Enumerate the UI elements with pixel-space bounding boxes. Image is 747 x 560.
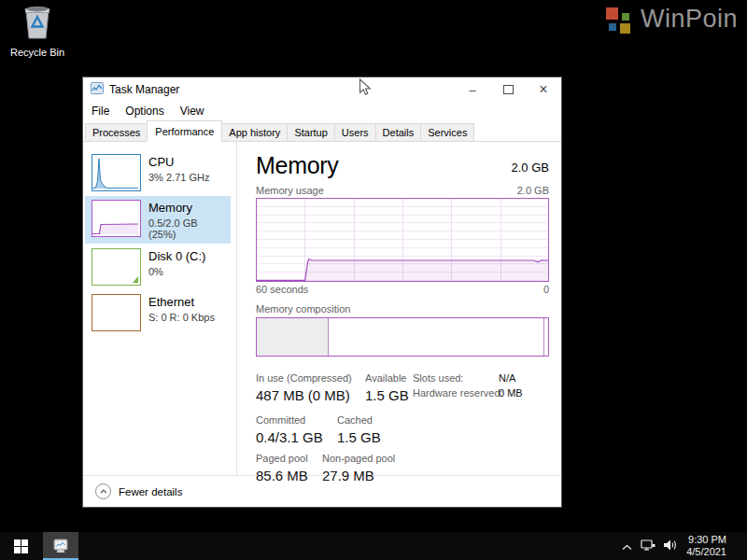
volume-icon[interactable] xyxy=(664,538,678,554)
sidebar-cpu-detail: 3% 2.71 GHz xyxy=(148,172,209,183)
taskbar-task-manager-button[interactable] xyxy=(43,532,78,560)
recycle-bin[interactable]: Recycle Bin xyxy=(7,5,67,58)
composition-label: Memory composition xyxy=(256,303,549,315)
stat-cached: Cached 1.5 GB xyxy=(337,414,381,445)
system-tray: 9:30 PM 4/5/2021 xyxy=(622,532,747,560)
axis-left-label: 60 seconds xyxy=(256,284,308,295)
sidebar-item-ethernet[interactable]: Ethernet S: 0 R: 0 Kbps xyxy=(85,290,231,335)
task-manager-icon xyxy=(52,539,69,553)
titlebar[interactable]: Task Manager – × xyxy=(83,77,561,102)
stat-slots-hardware: Slots used: N/A Hardware reserved: 0 MB xyxy=(413,372,523,402)
usage-max: 2.0 GB xyxy=(517,185,549,196)
tab-startup[interactable]: Startup xyxy=(287,123,334,141)
ethernet-mini-graph-icon xyxy=(92,294,141,331)
sidebar-ethernet-name: Ethernet xyxy=(148,295,215,309)
sidebar-item-cpu[interactable]: CPU 3% 2.71 GHz xyxy=(85,150,231,195)
app-icon xyxy=(91,81,104,98)
network-icon[interactable] xyxy=(641,538,655,554)
stat-committed: Committed 0.4/3.1 GB xyxy=(256,414,323,445)
winpoin-logo-icon xyxy=(606,6,634,34)
winpoin-logo-text: WinPoin xyxy=(641,5,738,34)
sidebar-cpu-name: CPU xyxy=(148,155,209,169)
tab-processes[interactable]: Processes xyxy=(85,123,148,141)
sidebar-ethernet-detail: S: 0 R: 0 Kbps xyxy=(148,312,215,323)
recycle-bin-icon xyxy=(21,29,53,45)
tab-app-history[interactable]: App history xyxy=(221,123,288,141)
sidebar-memory-detail: 0.5/2.0 GB (25%) xyxy=(148,217,227,240)
menu-view[interactable]: View xyxy=(180,105,204,118)
stat-available: Available 1.5 GB xyxy=(365,372,409,403)
tray-chevron-up-icon[interactable] xyxy=(622,538,632,554)
cpu-mini-graph-icon xyxy=(92,154,141,191)
memory-panel: Memory 2.0 GB Memory usage 2.0 GB 60 sec… xyxy=(237,142,561,475)
sidebar-item-disk[interactable]: Disk 0 (C:) 0% xyxy=(85,245,231,289)
taskbar: 9:30 PM 4/5/2021 xyxy=(0,532,747,560)
composition-divider xyxy=(543,318,544,356)
mouse-cursor xyxy=(359,78,372,101)
sidebar-disk-detail: 0% xyxy=(148,266,205,277)
tab-details[interactable]: Details xyxy=(375,123,422,141)
taskbar-clock[interactable]: 9:30 PM 4/5/2021 xyxy=(686,534,726,558)
memory-stats: In use (Compressed) 487 MB (0 MB) Availa… xyxy=(256,372,549,475)
minimize-button[interactable]: – xyxy=(455,77,490,102)
axis-right-label: 0 xyxy=(543,284,549,295)
fewer-details-label: Fewer details xyxy=(119,486,182,497)
memory-total: 2.0 GB xyxy=(512,161,549,177)
windows-logo-icon xyxy=(14,539,28,553)
stat-in-use: In use (Compressed) 487 MB (0 MB) xyxy=(256,372,352,403)
window-title: Task Manager xyxy=(109,83,179,96)
menubar: File Options View xyxy=(83,102,561,120)
stat-nonpaged-pool: Non-paged pool 27.9 MB xyxy=(322,453,395,483)
menu-file[interactable]: File xyxy=(92,105,109,118)
start-button[interactable] xyxy=(0,532,41,560)
memory-composition-bar[interactable] xyxy=(256,317,549,357)
chevron-up-circle-icon xyxy=(95,483,111,499)
sidebar-memory-name: Memory xyxy=(148,201,227,215)
menu-options[interactable]: Options xyxy=(125,105,163,118)
performance-sidebar: CPU 3% 2.71 GHz Memory 0.5/2.0 GB (25%) xyxy=(83,142,237,475)
composition-in-use-segment[interactable] xyxy=(257,318,329,356)
memory-mini-graph-icon xyxy=(92,200,141,237)
maximize-button[interactable] xyxy=(490,77,526,102)
disk-mini-graph-icon xyxy=(92,248,141,286)
panel-title: Memory xyxy=(256,153,338,177)
sidebar-item-memory[interactable]: Memory 0.5/2.0 GB (25%) xyxy=(85,196,231,244)
tab-users[interactable]: Users xyxy=(334,123,376,141)
memory-usage-graph[interactable] xyxy=(256,198,549,282)
winpoin-logo: WinPoin xyxy=(606,5,738,34)
clock-date: 4/5/2021 xyxy=(686,546,726,558)
tab-bar: Processes Performance App history Startu… xyxy=(83,120,561,142)
close-button[interactable]: × xyxy=(526,77,561,102)
sidebar-disk-name: Disk 0 (C:) xyxy=(148,249,205,263)
clock-time: 9:30 PM xyxy=(686,534,726,546)
usage-label: Memory usage xyxy=(256,185,324,196)
recycle-bin-label: Recycle Bin xyxy=(7,47,67,58)
task-manager-window: Task Manager – × File Options View Proce… xyxy=(82,77,562,508)
tab-performance[interactable]: Performance xyxy=(147,120,222,142)
stat-paged-pool: Paged pool 85.6 MB xyxy=(256,453,308,483)
tab-services[interactable]: Services xyxy=(420,123,474,141)
